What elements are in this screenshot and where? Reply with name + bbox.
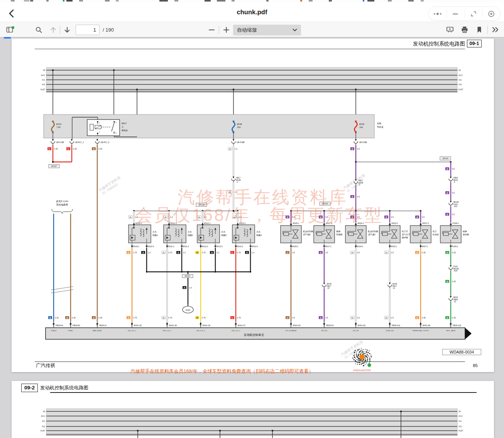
svg-text:FU01: FU01 [453, 266, 458, 268]
svg-text:绿: 绿 [446, 317, 448, 319]
minimize-button[interactable] [446, 7, 464, 20]
svg-text:0.75: 0.75 [237, 251, 241, 254]
svg-text:点火: 点火 [256, 231, 261, 233]
svg-text:0.5: 0.5 [452, 192, 455, 194]
svg-text:0.5: 0.5 [391, 216, 394, 218]
svg-text:0.35: 0.35 [452, 251, 456, 254]
svg-text:白: 白 [385, 317, 387, 319]
svg-text:1.0: 1.0 [252, 251, 254, 254]
svg-text:EN23-1: EN23-1 [391, 246, 397, 248]
search-button[interactable] [32, 24, 45, 36]
svg-text:1.0: 1.0 [135, 216, 138, 218]
svg-text:IGN_COIL_1: IGN_COIL_1 [128, 330, 136, 332]
zoom-out-button[interactable] [205, 24, 218, 36]
svg-text:KL87: KL87 [41, 430, 45, 432]
svg-text:EN13-1: EN13-1 [239, 222, 246, 224]
chevron-down-icon [293, 29, 297, 32]
svg-text:EN13-3: EN13-3 [252, 246, 258, 248]
svg-text:0.5: 0.5 [325, 251, 328, 254]
svg-text:点火: 点火 [221, 231, 226, 233]
svg-text:G101: G101 [186, 309, 191, 311]
svg-text:EN25-2: EN25-2 [292, 246, 298, 248]
svg-text:红: 红 [48, 148, 50, 150]
presentation-mode-button[interactable] [444, 24, 456, 36]
bookmark-button[interactable] [473, 24, 485, 36]
svg-text:FB59: FB59 [453, 177, 458, 179]
svg-text:紫: 紫 [351, 216, 353, 218]
svg-text:黑: 黑 [142, 251, 144, 254]
svg-text:0.35: 0.35 [422, 251, 426, 254]
svg-text:IG2: IG2 [458, 425, 462, 428]
svg-text:EN01-89: EN01-89 [423, 324, 430, 327]
svg-text:IGN_COIL_4: IGN_COIL_4 [232, 330, 240, 332]
svg-text:EN27-2: EN27-2 [423, 222, 429, 224]
svg-text:FU09-1: FU09-1 [453, 222, 459, 224]
svg-text:继电器: 继电器 [122, 129, 128, 132]
svg-text:参见P-CAN: 参见P-CAN [56, 200, 68, 203]
svg-text:-1: -1 [236, 181, 238, 183]
svg-text:0.75: 0.75 [202, 317, 206, 319]
minus-icon [208, 27, 215, 33]
target-button[interactable] [482, 7, 500, 20]
svg-text:PCAN-L: PCAN-L [68, 330, 73, 332]
svg-text:0.5: 0.5 [325, 216, 328, 218]
engine-control-unit: 发动机控制单元蓝0.35FB29-64PCAN-H棕0.35FB29-83PCA… [46, 316, 472, 339]
svg-text:白: 白 [129, 216, 131, 219]
print-button[interactable] [458, 24, 471, 36]
svg-text:BD150: BD150 [453, 201, 459, 203]
zoom-in-button[interactable] [220, 24, 232, 36]
svg-text:橙: 橙 [416, 317, 418, 319]
svg-text:IG1: IG1 [458, 420, 462, 422]
svg-text:-12: -12 [453, 301, 456, 303]
valve-3: EN24-1机油控制阀(进气侧)EN24-2白0.5 [345, 222, 378, 254]
next-page-button[interactable] [61, 24, 73, 36]
svg-text:BD32: BD32 [453, 296, 458, 298]
svg-text:EN11-1: EN11-1 [171, 222, 177, 224]
svg-text:恒温器: 恒温器 [432, 233, 439, 236]
pdf-toolbar: / 190 自动缩放 [0, 22, 504, 37]
svg-text:棕: 棕 [93, 317, 95, 319]
svg-text:0.5: 0.5 [292, 251, 295, 254]
page-number-input[interactable] [76, 25, 100, 35]
previous-page-button[interactable] [47, 24, 59, 36]
doc-code-badge: WDA88-0034 [442, 349, 481, 355]
svg-text:黑: 黑 [211, 251, 213, 254]
svg-text:EN01-83: EN01-83 [358, 324, 365, 327]
svg-text:机油控制阀: 机油控制阀 [368, 230, 378, 233]
svg-text:黑: 黑 [183, 286, 185, 289]
svg-text:EN12-3: EN12-3 [216, 246, 223, 248]
sidebar-toggle-button[interactable] [4, 24, 16, 36]
svg-text:SP239: SP239 [198, 204, 204, 206]
svg-text:UB-F36B: UB-F36B [237, 141, 245, 143]
svg-text:EN01-25: EN01-25 [134, 324, 142, 327]
more-tools-button[interactable] [489, 24, 502, 36]
svg-text:0.75: 0.75 [168, 317, 172, 319]
more-options-button[interactable] [429, 7, 446, 20]
svg-text:FB29-21: FB29-21 [99, 324, 107, 327]
svg-text:白: 白 [229, 148, 231, 150]
svg-text:DUMP_SIG: DUMP_SIG [386, 330, 394, 332]
svg-text:0.35: 0.35 [422, 317, 426, 319]
svg-text:线圈3: 线圈3 [221, 234, 227, 236]
svg-text:EN01-81: EN01-81 [293, 324, 301, 327]
plus-icon [223, 27, 230, 33]
zoom-mode-select[interactable]: 自动缩放 [233, 25, 301, 35]
svg-text:SP187: SP187 [51, 165, 57, 167]
svg-text:EF19: EF19 [56, 123, 61, 125]
svg-text:电子式: 电子式 [402, 230, 408, 233]
notification-dot [12, 26, 14, 29]
svg-text:电磁阀: 电磁阀 [336, 233, 342, 236]
svg-text:TRV_SIG: TRV_SIG [321, 330, 327, 332]
svg-text:0.35: 0.35 [452, 317, 456, 319]
footer-brand: 广汽传祺 [36, 362, 55, 369]
svg-text:IGN_COIL_2: IGN_COIL_2 [163, 330, 171, 332]
svg-text:黄: 黄 [196, 317, 198, 319]
svg-text:BD150: BD150 [453, 268, 459, 270]
svg-text:FB29-64: FB29-64 [56, 324, 63, 327]
svg-text:紫: 紫 [320, 317, 322, 319]
svg-text:FB17: FB17 [392, 285, 397, 287]
svg-text:1.0: 1.0 [239, 216, 242, 218]
restore-button[interactable] [465, 7, 482, 20]
toolbar-divider [60, 26, 60, 34]
svg-text:EN01-28: EN01-28 [169, 324, 177, 327]
